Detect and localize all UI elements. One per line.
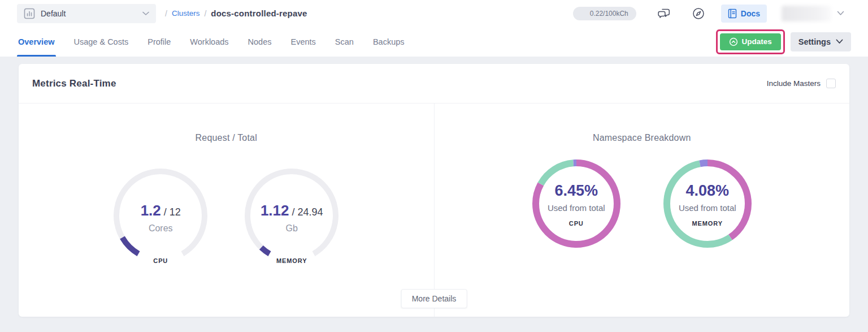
- project-selector[interactable]: Default: [17, 4, 156, 23]
- cpu-donut-percent: 6.45%: [554, 182, 598, 200]
- include-masters-control: Include Masters: [767, 79, 836, 88]
- request-total-title: Request / Total: [196, 133, 257, 143]
- card-header: Metrics Real-Time Include Masters: [19, 64, 849, 104]
- tab-profile[interactable]: Profile: [146, 27, 172, 57]
- namespace-breakdown-section: Namespace Breakdown 6.45% Used from tota…: [435, 104, 850, 317]
- cpu-gauge: 1.2 / 12 Cores CPU: [110, 165, 211, 266]
- memory-gauge-value: 1.12: [261, 202, 289, 219]
- memory-donut-subtitle: Used from total: [679, 203, 736, 213]
- settings-button[interactable]: Settings: [791, 32, 851, 51]
- include-masters-label: Include Masters: [767, 79, 821, 88]
- book-icon: [728, 8, 737, 19]
- annotation-highlight-box: Updates: [716, 29, 785, 54]
- cpu-gauge-unit: Cores: [110, 223, 211, 234]
- settings-button-label: Settings: [798, 37, 831, 46]
- breadcrumb: / Clusters / docs-controlled-repave: [165, 8, 307, 18]
- memory-donut: 4.08% Used from total MEMORY: [662, 158, 753, 249]
- breadcrumb-separator: /: [204, 9, 206, 18]
- breadcrumb-cluster-name: docs-controlled-repave: [211, 8, 307, 18]
- upgrade-circle-icon: [729, 37, 738, 46]
- memory-gauge-unit: Gb: [241, 223, 342, 234]
- chevron-down-icon: [837, 11, 844, 16]
- breadcrumb-separator: /: [165, 9, 167, 18]
- namespace-breakdown-title: Namespace Breakdown: [593, 133, 691, 143]
- cpu-donut-label: CPU: [569, 220, 584, 227]
- project-selector-label: Default: [41, 9, 142, 18]
- tab-backups[interactable]: Backups: [372, 27, 406, 57]
- cpu-donut: 6.45% Used from total CPU: [531, 158, 622, 249]
- tab-nodes[interactable]: Nodes: [247, 27, 273, 57]
- memory-gauge-label: MEMORY: [241, 257, 342, 264]
- card-title: Metrics Real-Time: [32, 78, 116, 89]
- chevron-down-icon: [142, 11, 149, 16]
- top-bar: Default / Clusters / docs-controlled-rep…: [0, 0, 868, 27]
- docs-button[interactable]: Docs: [721, 5, 767, 23]
- updates-button-label: Updates: [742, 37, 772, 46]
- cpu-gauge-value: 1.2: [141, 202, 161, 219]
- more-details-button[interactable]: More Details: [401, 289, 467, 308]
- compass-icon[interactable]: [692, 7, 705, 20]
- updates-button[interactable]: Updates: [720, 33, 781, 50]
- tab-events[interactable]: Events: [289, 27, 316, 57]
- tab-usage-costs[interactable]: Usage & Costs: [73, 27, 130, 57]
- usage-quota-badge: 0.22/100kCh: [573, 7, 636, 20]
- include-masters-checkbox[interactable]: [826, 79, 836, 88]
- memory-gauge-text: 1.12 / 24.94 Gb: [241, 202, 342, 234]
- cpu-donut-subtitle: Used from total: [548, 203, 605, 213]
- tab-scan[interactable]: Scan: [334, 27, 355, 57]
- card-body: Request / Total 1.2 / 12 Cores CPU: [19, 104, 849, 317]
- memory-donut-text: 4.08% Used from total MEMORY: [662, 158, 753, 249]
- metrics-realtime-card: Metrics Real-Time Include Masters Reques…: [19, 64, 849, 317]
- docs-button-label: Docs: [741, 9, 760, 18]
- tab-overview[interactable]: Overview: [17, 27, 56, 57]
- page-content: Metrics Real-Time Include Masters Reques…: [0, 57, 868, 317]
- breadcrumb-clusters-link[interactable]: Clusters: [172, 9, 200, 18]
- bar-chart-icon: [24, 8, 35, 19]
- chevron-down-icon: [836, 39, 843, 44]
- memory-donut-label: MEMORY: [692, 220, 723, 227]
- tab-actions: Updates Settings: [716, 27, 851, 57]
- cluster-tab-bar: Overview Usage & Costs Profile Workloads…: [0, 27, 868, 57]
- chat-icon[interactable]: [657, 7, 671, 20]
- tabs: Overview Usage & Costs Profile Workloads…: [17, 27, 406, 57]
- user-menu[interactable]: [782, 6, 844, 21]
- cpu-donut-text: 6.45% Used from total CPU: [531, 158, 622, 249]
- cpu-gauge-text: 1.2 / 12 Cores: [110, 202, 211, 234]
- tab-workloads[interactable]: Workloads: [189, 27, 229, 57]
- memory-donut-percent: 4.08%: [685, 182, 729, 200]
- memory-gauge: 1.12 / 24.94 Gb MEMORY: [241, 165, 342, 266]
- user-name-redacted: [782, 6, 831, 21]
- request-total-section: Request / Total 1.2 / 12 Cores CPU: [19, 104, 434, 317]
- cpu-gauge-label: CPU: [110, 257, 211, 264]
